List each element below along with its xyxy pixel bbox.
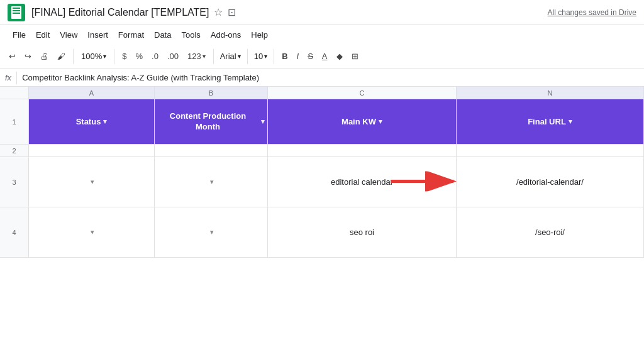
cell-b2[interactable] xyxy=(155,145,268,156)
header-row: 1 Status ▾ Content Production Month ▾ xyxy=(0,99,644,145)
sheet-rows: 1 Status ▾ Content Production Month ▾ xyxy=(0,99,644,340)
cell-n3[interactable]: /editorial-calendar/ xyxy=(457,157,644,207)
title-icons: ☆ ⊡ xyxy=(214,6,236,18)
cell-c4[interactable]: seo roi xyxy=(268,207,457,257)
cpm-dropdown-3[interactable]: ▾ xyxy=(210,178,214,186)
star-icon[interactable]: ☆ xyxy=(214,6,223,18)
cell-a4[interactable]: ▾ xyxy=(29,207,155,257)
mainkw-value-4: seo roi xyxy=(350,228,374,237)
col-header-b[interactable]: B xyxy=(155,87,268,99)
sheets-logo xyxy=(8,4,25,21)
menu-insert[interactable]: Insert xyxy=(82,28,113,41)
border-button[interactable]: ⊞ xyxy=(348,49,362,63)
menu-edit[interactable]: Edit xyxy=(31,28,55,41)
strikethrough-button[interactable]: S xyxy=(304,49,317,63)
cpm-header-label: Content Production Month xyxy=(157,111,258,133)
finalurl-value-3: /editorial-calendar/ xyxy=(516,177,584,187)
col-header-a[interactable]: A xyxy=(29,87,155,99)
underline-label: A xyxy=(322,52,328,61)
spreadsheet: A B C N 1 Status ▾ Content Production Mo… xyxy=(0,87,644,340)
title-bar: [FINAL] Editorial Calendar [TEMPLATE] ☆ … xyxy=(0,0,644,25)
formula-separator xyxy=(16,72,17,84)
underline-button[interactable]: A xyxy=(318,49,331,63)
data-row-4: 4 ▾ ▾ seo roi /seo-roi/ xyxy=(0,207,644,258)
fill-color-button[interactable]: ◆ xyxy=(333,49,347,63)
menu-view[interactable]: View xyxy=(55,28,82,41)
number-format-button[interactable]: 123 ▾ xyxy=(184,49,209,63)
formula-bar: fx Competitor Backlink Analysis: A-Z Gui… xyxy=(0,69,644,87)
number-format-icon: ▾ xyxy=(203,53,206,60)
status-dropdown-3[interactable]: ▾ xyxy=(91,178,94,186)
cell-a2[interactable] xyxy=(29,145,155,156)
number-format-label: 123 xyxy=(187,52,201,61)
redo-button[interactable]: ↪ xyxy=(21,49,35,63)
font-size-value: 10 xyxy=(254,52,263,61)
cell-b3[interactable]: ▾ xyxy=(155,157,268,207)
cell-b4[interactable]: ▾ xyxy=(155,207,268,257)
print-button[interactable]: 🖨 xyxy=(36,49,52,63)
row-num-2: 2 xyxy=(0,145,29,156)
undo-button[interactable]: ↩ xyxy=(5,49,19,63)
finalurl-value-4: /seo-roi/ xyxy=(535,228,565,237)
decimal-increase-button[interactable]: .00 xyxy=(164,49,182,63)
menu-file[interactable]: File xyxy=(8,28,31,41)
font-dropdown-icon: ▾ xyxy=(238,53,241,60)
col-header-c[interactable]: C xyxy=(268,87,457,99)
separator-1 xyxy=(73,49,74,64)
finalurl-filter-icon[interactable]: ▾ xyxy=(569,118,572,126)
decimal-decrease-button[interactable]: .0 xyxy=(148,49,162,63)
menu-addons[interactable]: Add-ons xyxy=(206,28,246,41)
menu-tools[interactable]: Tools xyxy=(176,28,205,41)
cell-a3[interactable]: ▾ xyxy=(29,157,155,207)
percent-button[interactable]: % xyxy=(131,49,147,63)
mainkw-filter-icon[interactable]: ▾ xyxy=(379,118,382,126)
menu-data[interactable]: Data xyxy=(149,28,176,41)
row-num-3: 3 xyxy=(0,157,29,207)
cell-b1[interactable]: Content Production Month ▾ xyxy=(155,99,268,144)
menu-help[interactable]: Help xyxy=(246,28,273,41)
fx-icon: fx xyxy=(5,73,11,82)
document-title: [FINAL] Editorial Calendar [TEMPLATE] xyxy=(31,7,209,18)
saved-status: All changes saved in Drive xyxy=(548,8,636,17)
separator-4 xyxy=(247,49,248,64)
cell-n4[interactable]: /seo-roi/ xyxy=(457,207,644,257)
cell-c2[interactable] xyxy=(268,145,457,156)
cell-n1[interactable]: Final URL ▾ xyxy=(457,99,644,144)
bold-button[interactable]: B xyxy=(278,49,291,63)
separator-5 xyxy=(274,49,274,64)
row-num-header xyxy=(0,87,29,99)
red-arrow-3 xyxy=(387,171,463,193)
data-row-3: 3 ▾ ▾ editorial calendar xyxy=(0,157,644,207)
formula-content: Competitor Backlink Analysis: A-Z Guide … xyxy=(22,73,259,82)
font-name: Arial xyxy=(220,52,236,61)
zoom-button[interactable]: 100% ▾ xyxy=(77,50,110,63)
separator-3 xyxy=(213,49,214,64)
currency-button[interactable]: $ xyxy=(118,49,130,63)
mainkw-value-3: editorial calendar xyxy=(331,177,393,187)
menu-format[interactable]: Format xyxy=(113,28,149,41)
cell-n2[interactable] xyxy=(457,145,644,156)
menu-bar: File Edit View Insert Format Data Tools … xyxy=(0,25,644,44)
cpm-dropdown-4[interactable]: ▾ xyxy=(210,228,214,236)
cpm-filter-icon[interactable]: ▾ xyxy=(261,118,265,126)
status-header-label: Status xyxy=(76,117,101,126)
row-num-1: 1 xyxy=(0,99,29,144)
col-header-n[interactable]: N xyxy=(457,87,644,99)
paint-format-button[interactable]: 🖌 xyxy=(53,49,69,63)
column-headers: A B C N xyxy=(0,87,644,99)
cell-c1[interactable]: Main KW ▾ xyxy=(268,99,457,144)
zoom-value: 100% xyxy=(81,52,102,61)
toolbar: ↩ ↪ 🖨 🖌 100% ▾ $ % .0 .00 123 ▾ Arial ▾ … xyxy=(0,44,644,69)
font-selector[interactable]: Arial ▾ xyxy=(218,50,243,63)
font-size-selector[interactable]: 10 ▾ xyxy=(252,50,270,63)
status-filter-icon[interactable]: ▾ xyxy=(103,118,107,126)
cell-a1[interactable]: Status ▾ xyxy=(29,99,155,144)
data-row-2: 2 xyxy=(0,145,644,157)
row-num-4: 4 xyxy=(0,207,29,257)
finalurl-header-label: Final URL xyxy=(528,117,566,126)
font-size-dropdown-icon: ▾ xyxy=(264,53,267,60)
status-dropdown-4[interactable]: ▾ xyxy=(91,228,94,236)
folder-icon[interactable]: ⊡ xyxy=(228,6,236,18)
italic-button[interactable]: I xyxy=(293,49,303,63)
zoom-dropdown-icon: ▾ xyxy=(103,53,106,60)
